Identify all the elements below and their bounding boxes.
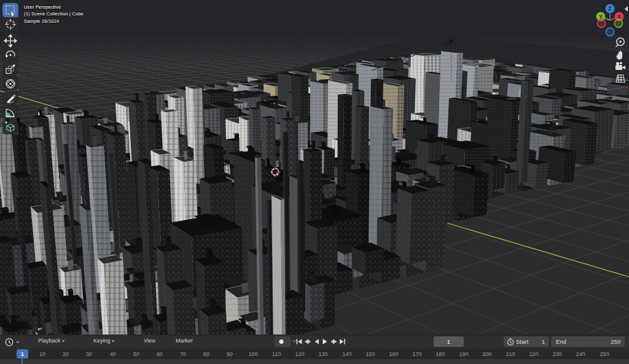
svg-text:Z: Z [608, 6, 612, 12]
